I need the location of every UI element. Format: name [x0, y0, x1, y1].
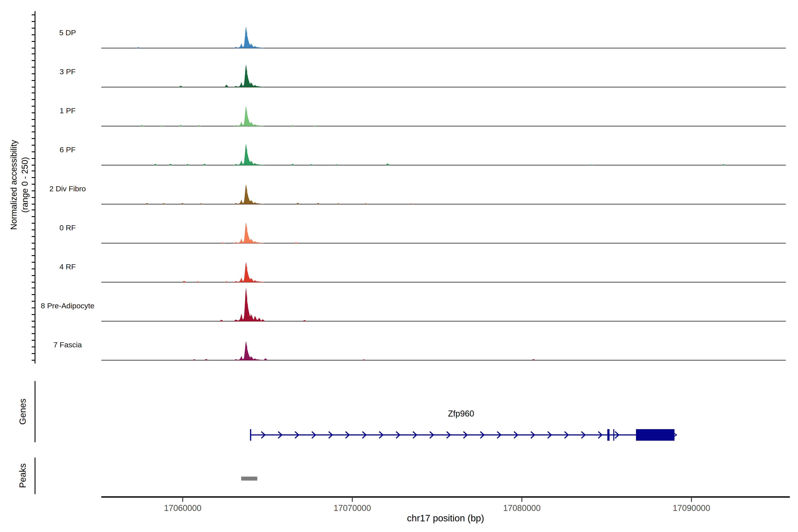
coverage-noise-bump — [296, 203, 300, 204]
gene-exon — [613, 429, 614, 441]
x-tick-label: 17090000 — [673, 504, 710, 513]
coverage-peak-area — [233, 185, 265, 204]
track-label: 4 RF — [59, 263, 76, 271]
coverage-noise-bump — [222, 242, 225, 243]
generated-plot-layers: 5 DP3 PF1 PF6 PF2 Div Fibro0 RF4 RF8 Pre… — [32, 11, 790, 513]
track-label: 5 DP — [59, 28, 76, 37]
coverage-noise-bump — [261, 319, 265, 321]
coverage-noise-bump — [136, 47, 140, 48]
gene-exon — [250, 429, 251, 441]
coverage-noise-bump — [291, 164, 294, 165]
coverage-noise-bump — [386, 164, 390, 165]
coverage-noise-bump — [225, 281, 229, 282]
coverage-noise-bump — [532, 359, 535, 360]
coverage-peak-area — [233, 65, 265, 87]
coverage-noise-bump — [316, 203, 320, 204]
track-label: 1 PF — [60, 107, 76, 115]
coverage-noise-bump — [253, 316, 257, 321]
coverage-noise-bump — [291, 125, 294, 126]
peaks-section-label: Peaks — [18, 463, 27, 488]
gene-exon — [636, 429, 674, 441]
coverage-plot-figure: 5 DP3 PF1 PF6 PF2 Div Fibro0 RF4 RF8 Pre… — [0, 0, 798, 532]
coverage-noise-bump — [145, 203, 149, 204]
coverage-noise-bump — [169, 164, 173, 165]
gene-exon — [607, 429, 610, 441]
coverage-peak-area — [233, 341, 265, 360]
coverage-peak-area — [233, 288, 265, 321]
track-label: 3 PF — [60, 68, 76, 76]
track-label: 0 RF — [59, 224, 76, 232]
coverage-peak-area — [233, 262, 265, 282]
coverage-noise-bump — [225, 85, 229, 87]
coverage-noise-bump — [337, 203, 341, 204]
coverage-noise-bump — [196, 281, 200, 282]
genes-section-label: Genes — [18, 399, 27, 425]
x-tick-label: 17080000 — [503, 504, 540, 513]
coverage-noise-bump — [264, 358, 268, 360]
coverage-noise-bump — [589, 165, 593, 165]
track-label: 2 Div Fibro — [50, 185, 86, 193]
coverage-noise-bump — [154, 164, 157, 165]
coverage-noise-bump — [203, 164, 207, 165]
coverage-noise-bump — [410, 204, 413, 204]
coverage-noise-bump — [313, 125, 317, 126]
coverage-noise-bump — [335, 164, 339, 165]
coverage-noise-bump — [199, 203, 203, 204]
coverage-noise-bump — [160, 125, 164, 126]
coverage-noise-bump — [140, 125, 144, 126]
x-axis-title: chr17 position (bp) — [407, 513, 484, 524]
coverage-noise-bump — [294, 242, 298, 243]
called-peak-box — [241, 477, 258, 480]
coverage-peak-area — [233, 223, 265, 243]
coverage-noise-bump — [310, 164, 314, 165]
track-label: 6 PF — [60, 146, 76, 154]
coverage-noise-bump — [362, 359, 366, 360]
y-axis-title-line1: Normalized accessibility — [9, 140, 18, 230]
track-label: 7 Fascia — [53, 341, 82, 349]
coverage-peak-area — [233, 144, 265, 165]
track-label: 8 Pre-Adipocyte — [41, 302, 94, 310]
coverage-noise-bump — [220, 320, 224, 321]
coverage-noise-bump — [186, 164, 190, 165]
coverage-plot-canvas: 5 DP3 PF1 PF6 PF2 Div Fibro0 RF4 RF8 Pre… — [0, 0, 798, 532]
coverage-noise-bump — [258, 318, 261, 321]
y-axis-title-line2: (range 0 - 250) — [20, 157, 30, 213]
coverage-noise-bump — [183, 281, 186, 282]
coverage-noise-bump — [193, 359, 196, 360]
coverage-noise-bump — [198, 125, 202, 126]
coverage-noise-bump — [722, 164, 725, 165]
gene-name-label: Zfp960 — [448, 409, 474, 418]
coverage-noise-bump — [162, 203, 166, 204]
coverage-noise-bump — [179, 125, 183, 126]
coverage-noise-bump — [180, 203, 185, 204]
coverage-peak-area — [233, 106, 265, 126]
coverage-noise-bump — [204, 359, 208, 360]
x-tick-label: 17070000 — [334, 504, 371, 513]
coverage-noise-bump — [303, 320, 307, 321]
coverage-peak-area — [233, 27, 265, 48]
coverage-noise-bump — [179, 86, 183, 87]
coverage-noise-bump — [364, 203, 367, 204]
x-tick-label: 17060000 — [164, 504, 202, 513]
